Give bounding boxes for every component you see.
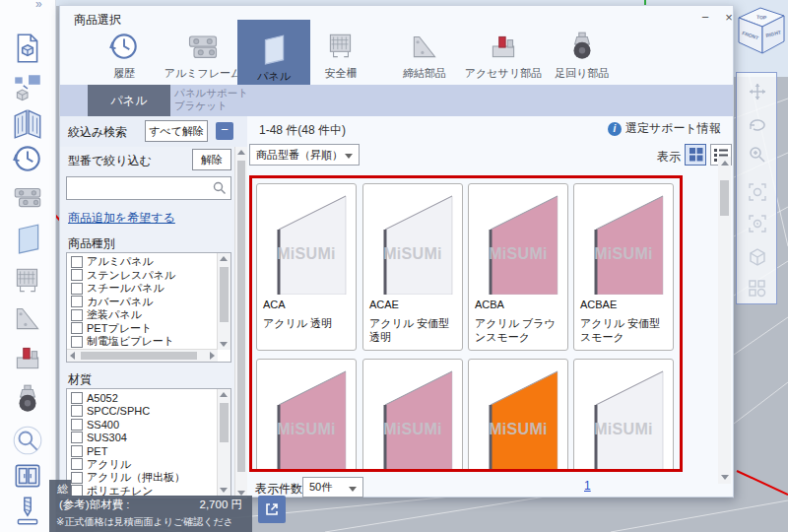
checkbox[interactable]: [71, 322, 83, 334]
open-estimate-button[interactable]: [258, 496, 286, 523]
filter-scrollbar[interactable]: [234, 147, 247, 499]
horizontal-scrollbar[interactable]: [67, 349, 218, 362]
category-accessory-parts[interactable]: アクセサリ部品: [464, 24, 543, 81]
isometric-view-icon[interactable]: [747, 246, 768, 268]
orbit-icon[interactable]: [747, 112, 768, 134]
checkbox-row[interactable]: SS400: [67, 418, 215, 432]
view-cube[interactable]: TOP FRONT RIGHT: [733, 2, 788, 59]
partition-icon[interactable]: [11, 106, 44, 140]
checkbox-row[interactable]: 塗装パネル: [67, 308, 215, 322]
category-aluminum-frame[interactable]: アルミフレーム: [164, 24, 242, 81]
panel-icon[interactable]: [11, 221, 44, 254]
history-icon: [85, 24, 164, 63]
checkbox[interactable]: [71, 458, 83, 470]
pan-icon[interactable]: [747, 81, 768, 102]
checkbox-row[interactable]: ステンレスパネル: [67, 269, 215, 283]
filter-title: 絞込み検索: [68, 124, 127, 141]
checkbox[interactable]: [71, 256, 83, 268]
product-name: アクリル ブラウンスモーク: [475, 316, 561, 344]
checkbox[interactable]: [71, 269, 83, 281]
product-card[interactable]: MiSUMi ACBAE アクリル 安価型 スモーク: [573, 183, 674, 351]
part-number-input[interactable]: [69, 179, 211, 199]
aluminum-frame-icon[interactable]: [11, 179, 44, 213]
checkbox[interactable]: [71, 472, 83, 484]
zoom-fit-icon[interactable]: [747, 181, 768, 203]
vertical-scrollbar[interactable]: [217, 389, 230, 496]
search-icon[interactable]: [212, 180, 228, 196]
product-card[interactable]: MiSUMi: [256, 359, 357, 472]
checkbox[interactable]: [71, 392, 83, 404]
checkbox-row[interactable]: アクリル（押出板）: [67, 471, 215, 485]
sort-dropdown[interactable]: 商品型番（昇順）: [249, 144, 360, 166]
product-card[interactable]: MiSUMi: [362, 359, 463, 472]
checkbox-row[interactable]: PET: [67, 444, 215, 458]
product-image: MiSUMi: [363, 184, 462, 295]
reference-price-label: (参考)部材費 :: [59, 498, 130, 512]
machining-icon[interactable]: [11, 495, 44, 528]
checkbox[interactable]: [71, 405, 83, 417]
grid-view-toggle[interactable]: [685, 144, 706, 166]
clear-all-button[interactable]: すべて解除: [145, 120, 208, 142]
tab-panel[interactable]: パネル: [88, 85, 170, 116]
checkbox-row[interactable]: 制電塩ビプレート: [67, 335, 215, 349]
checkbox-row[interactable]: ポリエチレン: [67, 485, 215, 498]
place-part-icon[interactable]: [11, 71, 44, 104]
product-card[interactable]: MiSUMi ACBA アクリル ブラウンスモーク: [468, 183, 568, 351]
checkbox-row[interactable]: SUS304: [67, 432, 215, 445]
checkbox-row[interactable]: スチールパネル: [67, 282, 215, 296]
request-product-link[interactable]: 商品追加を希望する: [68, 210, 175, 227]
category-caster-parts[interactable]: 足回り部品: [543, 24, 622, 81]
selection-support-info[interactable]: i 選定サポート情報: [608, 120, 721, 137]
vertical-scrollbar[interactable]: [217, 253, 230, 350]
product-image: MiSUMi: [363, 360, 462, 470]
checkbox[interactable]: [71, 445, 83, 457]
caster-icon[interactable]: [11, 382, 44, 416]
result-count: 1-48 件(48 件中): [259, 122, 346, 139]
checkbox-row[interactable]: PETプレート: [67, 322, 215, 336]
checkbox[interactable]: [71, 283, 83, 295]
minimize-button[interactable]: −: [696, 10, 714, 26]
checkbox[interactable]: [71, 296, 83, 307]
page-1-link[interactable]: 1: [584, 479, 591, 493]
category-history[interactable]: 履歴: [85, 24, 164, 81]
safety-fence-icon[interactable]: [11, 264, 44, 298]
reference-price-value: 2,700 円: [200, 498, 242, 512]
checkbox[interactable]: [71, 432, 83, 443]
category-panel-selected[interactable]: パネル: [237, 20, 310, 85]
close-button[interactable]: ×: [720, 10, 738, 26]
checkbox[interactable]: [71, 309, 83, 321]
tab-panel-support-bracket[interactable]: パネルサポート ブラケット: [174, 87, 277, 112]
category-safety-fence[interactable]: 安全柵: [301, 24, 380, 81]
bracket-icon[interactable]: [11, 301, 44, 335]
accessory-icon[interactable]: [11, 341, 44, 374]
checkbox-row[interactable]: カバーパネル: [67, 296, 215, 309]
sidebar: »: [0, 0, 56, 532]
product-type-label: 商品種別: [68, 235, 115, 252]
checkbox-row[interactable]: アクリル: [67, 458, 215, 472]
zoom-selection-icon[interactable]: [747, 213, 768, 234]
display-settings-icon[interactable]: [747, 278, 768, 299]
checkbox[interactable]: [71, 336, 83, 348]
checkbox-row[interactable]: SPCC/SPHC: [67, 405, 215, 419]
category-fastening-parts[interactable]: 締結部品: [385, 24, 464, 81]
product-card[interactable]: MiSUMi ACAE アクリル 安価型 透明: [362, 183, 463, 351]
product-name: アクリル 安価型 スモーク: [580, 316, 667, 344]
cabinet-icon[interactable]: [11, 459, 44, 493]
per-page-dropdown[interactable]: 50件: [302, 477, 363, 498]
part-number-clear-button[interactable]: 解除: [192, 149, 231, 170]
checkbox[interactable]: [71, 485, 83, 497]
search-icon[interactable]: [11, 424, 44, 457]
history-icon[interactable]: [11, 142, 44, 175]
product-image: MiSUMi: [469, 360, 567, 470]
collapse-filter-button[interactable]: −: [216, 122, 233, 140]
checkbox-row[interactable]: A5052: [67, 391, 215, 405]
results-scrollbar[interactable]: [718, 157, 731, 484]
document-3d-icon[interactable]: [11, 32, 44, 65]
checkbox[interactable]: [71, 419, 83, 431]
zoom-icon[interactable]: [747, 144, 768, 166]
sidebar-collapse-icon[interactable]: »: [35, 0, 42, 11]
product-card[interactable]: MiSUMi: [468, 359, 568, 472]
checkbox-row[interactable]: アルミパネル: [67, 255, 215, 269]
product-card[interactable]: MiSUMi ACA アクリル 透明: [256, 183, 357, 351]
product-card[interactable]: MiSUMi: [573, 359, 674, 472]
